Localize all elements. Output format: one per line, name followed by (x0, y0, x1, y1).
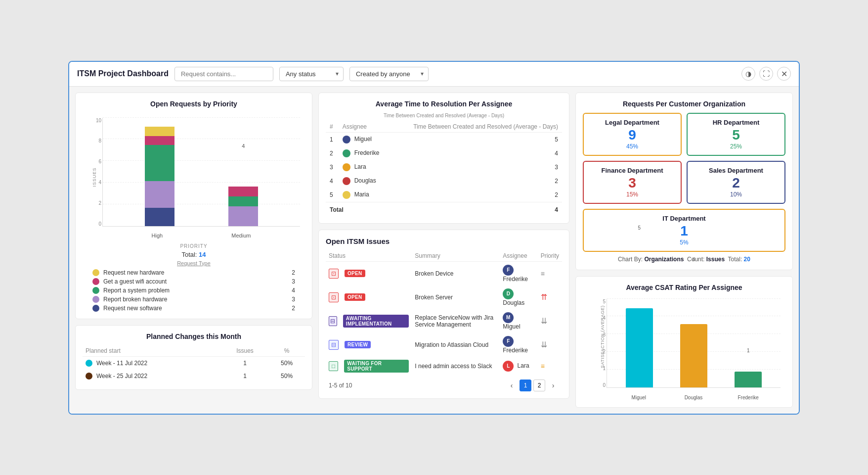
prev-page-button[interactable]: ‹ (506, 380, 518, 391)
customer-orgs-title: Requests Per Customer Organization (583, 100, 785, 108)
bar-segment-system (145, 145, 174, 181)
table-row: Week - 25 Jul 2022 1 50% (83, 370, 305, 382)
planned-changes-card: Planned Changes this Month Planned start… (75, 325, 312, 390)
csat-x-labels: Miguel Douglas Frederike (607, 395, 781, 400)
creator-filter-wrap: Created by anyone (349, 67, 429, 81)
status-badge: OPEN (345, 293, 365, 301)
chart-bars-area: 10 (102, 118, 300, 227)
next-page-button[interactable]: › (547, 380, 559, 391)
titlebar: ITSM Project Dashboard Any status Create… (69, 62, 799, 87)
legend-color-software (92, 305, 99, 312)
open-issues-title: Open ITSM Issues (326, 237, 562, 245)
page-1-button[interactable]: 1 (520, 380, 531, 391)
status-badge: WAITING FOR SUPPORT (344, 360, 409, 373)
csat-y-ticks: 0 1 2 3 4 5 (597, 299, 606, 388)
pagination-label: 1-5 of 10 (329, 382, 352, 389)
bar-segment-wifi (145, 136, 174, 145)
page-2-button[interactable]: 2 (533, 380, 545, 391)
planned-changes-table: Planned start Issues % Week - 11 Jul 202… (83, 345, 305, 382)
status-filter-wrap: Any status (279, 67, 344, 81)
bar-segment-broken-hw (145, 181, 174, 208)
issues-table: Status Summary Assignee Priority ⊡ (326, 250, 562, 376)
issue-type-icon: □ (329, 361, 338, 371)
bar-segment-wifi-med (228, 187, 258, 196)
issue-type-icon: ⊡ (329, 269, 339, 279)
titlebar-actions: ◑ ⛶ ✕ (741, 67, 791, 81)
table-row: 4 Douglas 2 (326, 174, 562, 188)
table-row: ⊡ OPEN Broken Server D Douglas ⇈ (326, 285, 562, 309)
org-card-it: IT Department 1 5% (583, 209, 785, 252)
bar-high: 10 (145, 127, 174, 226)
csat-bar-miguel: 5 (626, 308, 653, 387)
theme-toggle-button[interactable]: ◑ (741, 67, 755, 81)
assignee-avatar: L (503, 361, 514, 372)
status-badge: OPEN (345, 270, 365, 277)
csat-card: Average CSAT Rating Per Assignee SATISFA… (575, 276, 793, 408)
table-row: ⊟ REVIEW Migration to Atlassian Cloud F … (326, 333, 562, 357)
bar-segment-hardware (145, 127, 174, 136)
org-card-legal: Legal Department 9 45% (583, 113, 682, 156)
org-grid: Legal Department 9 45% HR Department 5 2… (583, 113, 785, 252)
table-row: ⊟ AWAITING IMPLEMENTATION Replace Servic… (326, 309, 562, 333)
priority-icon: ⇈ (541, 293, 547, 301)
csat-title: Average CSAT Rating Per Assignee (583, 284, 785, 291)
csat-bar-douglas: 4 (680, 324, 707, 387)
assignee-avatar: F (503, 336, 514, 347)
table-row: 3 Lara 3 (326, 160, 562, 174)
customer-orgs-card: Requests Per Customer Organization Legal… (575, 93, 793, 270)
fullscreen-button[interactable]: ⛶ (759, 67, 773, 81)
list-item: Report broken hardware 3 (92, 296, 295, 303)
legend-color-broken-hw (92, 296, 99, 303)
open-requests-card: Open Requests by Priority ISSUES 0 2 4 6… (75, 93, 312, 319)
planned-dot-1 (86, 360, 92, 367)
total-line: Total: 14 (83, 251, 305, 258)
status-filter[interactable]: Any status (279, 67, 344, 81)
list-item: Request new software 2 (92, 305, 295, 312)
org-card-finance: Finance Department 3 15% (583, 161, 682, 204)
legend-items: Request new hardware 2 Get a guest wifi … (83, 269, 305, 312)
table-row: □ WAITING FOR SUPPORT I need admin acces… (326, 357, 562, 376)
org-card-sales: Sales Department 2 10% (687, 161, 785, 204)
org-card-hr: HR Department 5 25% (687, 113, 785, 156)
csat-bar-frederike: 1 (735, 372, 762, 387)
bar-segment-software (145, 208, 174, 226)
legend-color-system (92, 287, 99, 294)
y-axis-ticks: 0 2 4 6 8 10 (91, 118, 101, 227)
search-input[interactable] (174, 67, 273, 81)
open-requests-title: Open Requests by Priority (83, 100, 305, 108)
status-badge: AWAITING IMPLEMENTATION (343, 315, 409, 328)
issue-type-icon: ⊡ (329, 292, 339, 302)
list-item: Request new hardware 2 (92, 269, 295, 276)
middle-column: Average Time to Resolution Per Assignee … (318, 93, 569, 408)
dashboard-body: Open Requests by Priority ISSUES 0 2 4 6… (69, 87, 799, 414)
creator-filter[interactable]: Created by anyone (349, 67, 429, 81)
open-issues-card: Open ITSM Issues Status Summary Assignee… (318, 230, 569, 399)
bar-medium: 4 (228, 187, 258, 226)
status-badge: REVIEW (345, 341, 371, 348)
assignee-avatar: M (503, 312, 514, 323)
priority-icon: ≡ (541, 362, 545, 370)
planned-dot-2 (86, 373, 92, 380)
avg-resolution-title: Average Time to Resolution Per Assignee (326, 100, 562, 108)
avg-resolution-card: Average Time to Resolution Per Assignee … (318, 93, 569, 224)
priority-icon: ⇊ (541, 317, 547, 325)
priority-icon: ⇊ (541, 340, 547, 349)
avg-resolution-subtitle: Time Between Created and Resolved (Avera… (326, 113, 562, 118)
resolution-table: # Assignee Time Between Created and Reso… (326, 121, 562, 216)
table-row: Week - 11 Jul 2022 1 50% (83, 356, 305, 370)
table-row: 2 Frederike 4 (326, 146, 562, 160)
close-button[interactable]: ✕ (777, 67, 791, 81)
x-axis-title: PRIORITY (83, 243, 305, 249)
priority-icon: ≡ (541, 270, 545, 278)
bar-segment-system-med (228, 196, 258, 206)
legend-color-hardware (92, 269, 99, 276)
issue-type-icon: ⊟ (329, 340, 339, 350)
table-row: ⊡ OPEN Broken Device F Frederike ≡ (326, 261, 562, 285)
planned-changes-title: Planned Changes this Month (83, 332, 305, 340)
assignee-avatar: F (503, 265, 514, 276)
issue-type-icon: ⊟ (329, 316, 337, 326)
list-item: Get a guest wifi account 3 (92, 278, 295, 285)
csat-bars-area: 5 4 1 (607, 299, 781, 388)
app-window: ITSM Project Dashboard Any status Create… (68, 61, 800, 415)
assignee-avatar: D (503, 288, 514, 299)
